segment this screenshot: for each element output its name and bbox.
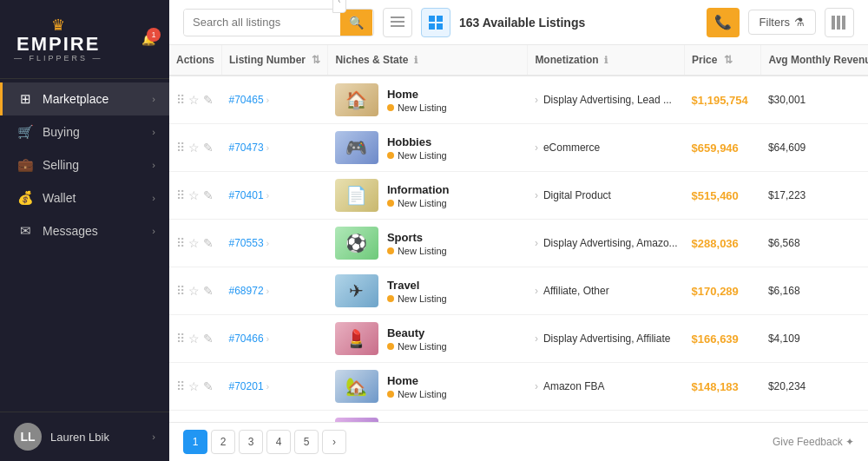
avg-revenue-cell: $17,223 xyxy=(761,172,868,220)
star-icon[interactable]: ☆ xyxy=(188,332,200,346)
monetization-value: Amazon FBA xyxy=(543,380,605,392)
price-cell: $659,946 xyxy=(685,124,761,172)
edit-icon[interactable]: ✎ xyxy=(203,379,214,393)
listing-number-link[interactable]: #70473 xyxy=(229,142,264,154)
expand-icon[interactable]: › xyxy=(535,142,538,154)
expand-icon[interactable]: › xyxy=(535,380,538,392)
edit-icon[interactable]: ✎ xyxy=(203,141,214,155)
star-icon[interactable]: ☆ xyxy=(188,284,200,298)
badge-label: New Listing xyxy=(398,341,447,352)
avg-revenue-header: Avg Monthly Revenue ℹ ⇅ xyxy=(761,45,868,76)
monetization-header: Monetization ℹ xyxy=(528,45,685,76)
expand-icon[interactable]: › xyxy=(535,285,538,297)
notifications-bell[interactable]: 🔔 1 xyxy=(141,33,155,46)
list-view-icon xyxy=(391,16,404,29)
listing-number-link[interactable]: #70553 xyxy=(229,237,264,249)
sidebar-item-buying[interactable]: 🛒 Buying › xyxy=(0,115,169,148)
star-icon[interactable]: ☆ xyxy=(188,188,200,202)
page-button-3[interactable]: 3 xyxy=(239,430,263,454)
avg-revenue-value: $6,168 xyxy=(768,285,800,297)
badge-label: New Listing xyxy=(398,198,447,208)
price-cell: $148,183 xyxy=(685,363,761,411)
next-page-button[interactable]: › xyxy=(322,430,346,454)
columns-button[interactable] xyxy=(825,8,854,37)
phone-button[interactable]: 📞 xyxy=(707,8,740,37)
page-button-5[interactable]: 5 xyxy=(294,430,319,454)
sort-icon[interactable]: ⇅ xyxy=(724,54,733,66)
search-input[interactable] xyxy=(184,10,340,35)
niche-info: Sports New Listing xyxy=(387,231,447,256)
expand-icon[interactable]: › xyxy=(535,189,538,201)
actions-cell: ⠿ ☆ ✎ xyxy=(169,220,222,267)
listing-number-link[interactable]: #70201 xyxy=(229,380,264,392)
niche-cell: 🎮 Hobbies New Listing xyxy=(328,124,528,172)
listing-number-link[interactable]: #70466 xyxy=(229,333,264,345)
svg-rect-2 xyxy=(391,25,404,27)
listing-number-cell: #70466› xyxy=(222,315,328,363)
actions-cell: ⠿ ☆ ✎ xyxy=(169,315,222,363)
niche-info: Information New Listing xyxy=(387,183,450,208)
user-profile[interactable]: LL Lauren Lbik › xyxy=(0,412,169,461)
avatar: LL xyxy=(14,423,42,451)
page-button-4[interactable]: 4 xyxy=(266,430,291,454)
drag-icon[interactable]: ⠿ xyxy=(176,379,185,393)
search-button[interactable]: 🔍 xyxy=(340,10,372,36)
edit-icon[interactable]: ✎ xyxy=(203,188,214,202)
listing-number-link[interactable]: #70401 xyxy=(229,189,264,201)
sidebar-item-marketplace[interactable]: ⊞ Marketplace › xyxy=(0,82,169,115)
info-icon[interactable]: ℹ xyxy=(604,55,608,66)
svg-rect-0 xyxy=(391,16,404,18)
sort-icon[interactable]: ⇅ xyxy=(312,54,320,66)
sidebar-collapse-button[interactable]: ‹ xyxy=(332,0,346,13)
drag-icon[interactable]: ⠿ xyxy=(176,188,185,202)
logo: ♛ EMPIRE — FLIPPERS — xyxy=(14,16,103,63)
niche-name: Home xyxy=(387,88,447,101)
monetization-value: Display Advertising, Amazo... xyxy=(543,237,678,249)
edit-icon[interactable]: ✎ xyxy=(203,93,214,107)
list-view-button[interactable] xyxy=(383,8,412,37)
drag-icon[interactable]: ⠿ xyxy=(176,332,185,346)
expand-icon[interactable]: › xyxy=(535,94,538,106)
star-icon[interactable]: ☆ xyxy=(188,379,200,393)
drag-icon[interactable]: ⠿ xyxy=(176,284,185,298)
page-button-1[interactable]: 1 xyxy=(183,430,207,454)
table-row: ⠿ ☆ ✎ #68972› ✈ Travel New Listing xyxy=(169,267,868,315)
price-value: $148,183 xyxy=(692,380,739,393)
drag-icon[interactable]: ⠿ xyxy=(176,141,185,155)
niche-thumbnail: 💄 xyxy=(335,322,378,355)
listings-count: 163 Available Listings xyxy=(459,16,585,30)
avg-revenue-value: $4,109 xyxy=(768,333,800,345)
info-icon[interactable]: ℹ xyxy=(414,55,418,66)
expand-icon[interactable]: › xyxy=(535,333,538,345)
sidebar-item-messages[interactable]: ✉ Messages › xyxy=(0,214,169,247)
chevron-right-icon: › xyxy=(152,193,155,203)
avg-revenue-cell: $4,109 xyxy=(761,315,868,363)
svg-rect-6 xyxy=(437,23,443,30)
buying-icon: 🛒 xyxy=(16,124,34,140)
expand-icon[interactable]: › xyxy=(535,237,538,249)
chevron-right-icon: › xyxy=(152,94,155,104)
page-button-2[interactable]: 2 xyxy=(211,430,235,454)
search-box: 🔍 xyxy=(183,9,374,36)
sidebar-divider xyxy=(0,78,169,79)
star-icon[interactable]: ☆ xyxy=(188,236,200,250)
monetization-cell: › eCommerce xyxy=(528,124,685,172)
edit-icon[interactable]: ✎ xyxy=(203,236,214,250)
sidebar-item-wallet[interactable]: 💰 Wallet › xyxy=(0,181,169,214)
listing-number-link[interactable]: #70465 xyxy=(229,94,264,106)
listing-number-link[interactable]: #68972 xyxy=(229,285,264,297)
star-icon[interactable]: ☆ xyxy=(188,93,200,107)
edit-icon[interactable]: ✎ xyxy=(203,284,214,298)
filters-button[interactable]: Filters ⚗ xyxy=(748,10,816,35)
edit-icon[interactable]: ✎ xyxy=(203,332,214,346)
star-icon[interactable]: ☆ xyxy=(188,141,200,155)
table-row: ⠿ ☆ ✎ #61148› 💍 Jewelry Pending Sold xyxy=(169,411,868,423)
feedback-button[interactable]: Give Feedback ✦ xyxy=(773,436,854,448)
grid-view-button[interactable] xyxy=(421,8,450,37)
drag-icon[interactable]: ⠿ xyxy=(176,236,185,250)
sidebar-item-selling[interactable]: 💼 Selling › xyxy=(0,148,169,181)
filter-icon: ⚗ xyxy=(794,16,805,29)
price-cell: $13,603,794 xyxy=(685,411,761,423)
sidebar-item-label: Selling xyxy=(43,158,152,172)
drag-icon[interactable]: ⠿ xyxy=(176,93,185,107)
